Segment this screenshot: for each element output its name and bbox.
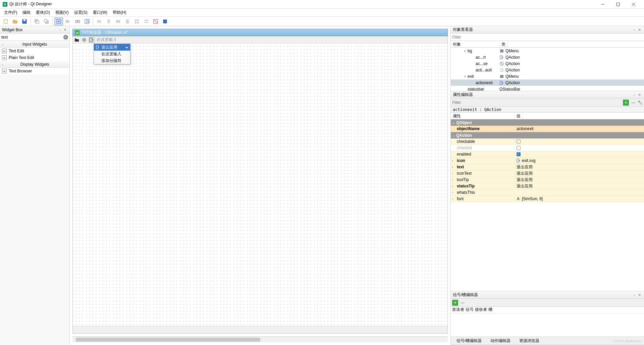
close-icon[interactable]: ✕ bbox=[637, 27, 642, 32]
property-table[interactable]: ⌄ QObjectobjectNameactionexit⌄ QActionch… bbox=[451, 119, 644, 291]
widget-text-edit[interactable]: AI Text Edit bbox=[0, 48, 69, 54]
tab-resource-browser[interactable]: 资源浏览器 bbox=[515, 337, 544, 345]
tree-toggle[interactable]: v bbox=[463, 75, 467, 78]
add-property-icon[interactable]: + bbox=[623, 100, 629, 106]
object-row[interactable]: vexitQMenu bbox=[451, 73, 644, 79]
new-button[interactable] bbox=[1, 17, 10, 25]
object-filter-input[interactable] bbox=[452, 34, 643, 41]
edit-widgets-button[interactable] bbox=[54, 17, 63, 25]
folder-icon[interactable] bbox=[74, 37, 79, 43]
edit-signals-button[interactable] bbox=[64, 17, 72, 25]
add-connection-icon[interactable]: + bbox=[452, 300, 458, 306]
expand-icon[interactable]: › bbox=[452, 172, 455, 175]
object-tree[interactable]: vbgQMenuac...rtQActionac...seQActionacti… bbox=[451, 48, 644, 91]
save-button[interactable] bbox=[20, 17, 29, 25]
tree-toggle[interactable]: v bbox=[463, 49, 467, 53]
column-sender[interactable]: 发送者 bbox=[452, 307, 464, 313]
menu-help[interactable]: 帮助(H) bbox=[110, 9, 129, 16]
tab-signal-slot[interactable]: 信号/槽编辑器 bbox=[452, 337, 486, 345]
checkbox[interactable] bbox=[517, 146, 521, 150]
layout-v-splitter-button[interactable] bbox=[123, 17, 132, 25]
float-icon[interactable]: ▫ bbox=[632, 27, 637, 32]
object-row[interactable]: ac...rtQAction bbox=[451, 54, 644, 60]
menu-form[interactable]: 窗体(O) bbox=[33, 9, 52, 16]
expand-icon[interactable]: › bbox=[452, 159, 455, 162]
layout-h-splitter-button[interactable] bbox=[114, 17, 122, 25]
tab-action-editor[interactable]: 动作编辑器 bbox=[486, 337, 515, 345]
expand-icon[interactable]: › bbox=[452, 191, 455, 194]
context-type-here[interactable]: 在这里输入 bbox=[94, 51, 130, 57]
minimize-button[interactable] bbox=[595, 0, 610, 9]
form-titlebar[interactable]: Qt TXT阅读器 - UIReader.ui* bbox=[72, 29, 448, 36]
menu-edit[interactable]: 编辑 bbox=[20, 9, 33, 16]
property-row[interactable]: ›text退出应用 bbox=[451, 164, 644, 170]
property-filter-input[interactable] bbox=[452, 100, 622, 105]
widget-search-input[interactable] bbox=[1, 35, 63, 40]
bring-front-button[interactable] bbox=[42, 17, 51, 25]
layout-form-button[interactable] bbox=[142, 17, 151, 25]
scrollbar-thumb[interactable] bbox=[76, 338, 260, 342]
column-signal[interactable]: 信号 bbox=[466, 307, 474, 313]
property-row[interactable]: objectNameactionexit bbox=[451, 126, 644, 132]
remove-connection-icon[interactable]: — bbox=[460, 300, 466, 306]
property-row[interactable]: ›toolTip退出应用 bbox=[451, 177, 644, 183]
form-body[interactable]: 在这里输入 退出应用 ◂▸ 在这里输入 添加分隔符 bbox=[72, 36, 448, 334]
signal-list[interactable] bbox=[451, 313, 644, 337]
menu-settings[interactable]: 设置(S) bbox=[71, 9, 90, 16]
exit-menu-icon[interactable] bbox=[89, 37, 94, 43]
open-button[interactable] bbox=[11, 17, 19, 25]
close-icon[interactable]: ✕ bbox=[637, 293, 642, 297]
object-row[interactable]: actionexitQAction bbox=[451, 79, 644, 86]
property-row[interactable]: checked bbox=[451, 145, 644, 151]
column-class[interactable]: 类 bbox=[499, 41, 508, 47]
expand-icon[interactable]: › bbox=[452, 178, 455, 181]
column-receiver[interactable]: 接收者 bbox=[475, 307, 487, 313]
edit-buddies-button[interactable] bbox=[73, 17, 82, 25]
context-exit-app[interactable]: 退出应用 ◂▸ bbox=[94, 44, 130, 51]
float-icon[interactable]: ▫ bbox=[632, 93, 637, 97]
adjust-size-button[interactable] bbox=[161, 17, 169, 25]
break-layout-button[interactable] bbox=[151, 17, 160, 25]
context-add-separator[interactable]: 添加分隔符 bbox=[94, 57, 130, 64]
object-row[interactable]: ac...seQAction bbox=[451, 60, 644, 67]
property-row[interactable]: ›iconexit.svg bbox=[451, 158, 644, 164]
property-group[interactable]: ⌄ QAction bbox=[451, 132, 644, 138]
config-icon[interactable]: 🔧 bbox=[638, 100, 643, 105]
column-value[interactable]: 值 bbox=[515, 113, 523, 119]
layout-grid-button[interactable] bbox=[132, 17, 141, 25]
checkbox[interactable] bbox=[517, 139, 521, 143]
column-object[interactable]: 对象 bbox=[451, 41, 499, 47]
expand-icon[interactable]: › bbox=[452, 197, 455, 200]
float-icon[interactable]: ▫ bbox=[632, 293, 637, 297]
layout-horizontal-button[interactable] bbox=[95, 17, 104, 25]
layout-vertical-button[interactable] bbox=[104, 17, 113, 25]
property-row[interactable]: ›iconText退出应用 bbox=[451, 170, 644, 177]
checkbox[interactable] bbox=[517, 152, 521, 156]
remove-property-icon[interactable]: — bbox=[630, 100, 636, 106]
close-icon[interactable]: ✕ bbox=[63, 27, 67, 32]
menu-file[interactable]: 文件(F) bbox=[1, 9, 20, 16]
widget-text-browser[interactable]: AI Text Browser bbox=[0, 68, 69, 74]
send-back-button[interactable] bbox=[33, 17, 41, 25]
object-row[interactable]: acti...aultQAction bbox=[451, 67, 644, 73]
object-row[interactable]: vbgQMenu bbox=[451, 48, 644, 54]
property-group[interactable]: ⌄ QObject bbox=[451, 119, 644, 126]
property-row[interactable]: ›whatsThis bbox=[451, 189, 644, 196]
widget-plain-text-edit[interactable]: AI Plain Text Edit bbox=[0, 54, 69, 61]
category-input-widgets[interactable]: ⌄ Input Widgets bbox=[0, 41, 69, 48]
column-property[interactable]: 属性 bbox=[451, 113, 515, 119]
gear-icon[interactable] bbox=[82, 37, 87, 43]
property-row[interactable]: checkable bbox=[451, 138, 644, 145]
close-button[interactable] bbox=[626, 0, 641, 9]
property-row[interactable]: enabled bbox=[451, 151, 644, 158]
menu-placeholder[interactable]: 在这里输入 bbox=[96, 37, 116, 43]
property-row[interactable]: ›statusTip退出应用 bbox=[451, 183, 644, 189]
float-icon[interactable]: ▫ bbox=[57, 27, 62, 32]
edit-tab-order-button[interactable]: 12 bbox=[83, 17, 91, 25]
menu-window[interactable]: 窗口(W) bbox=[90, 9, 110, 16]
category-display-widgets[interactable]: ⌄ Display Widgets bbox=[0, 61, 69, 68]
form-menubar[interactable]: 在这里输入 bbox=[73, 36, 447, 44]
column-slot[interactable]: 槽 bbox=[488, 307, 492, 313]
expand-icon[interactable]: › bbox=[452, 185, 455, 188]
expand-icon[interactable]: › bbox=[452, 166, 455, 169]
